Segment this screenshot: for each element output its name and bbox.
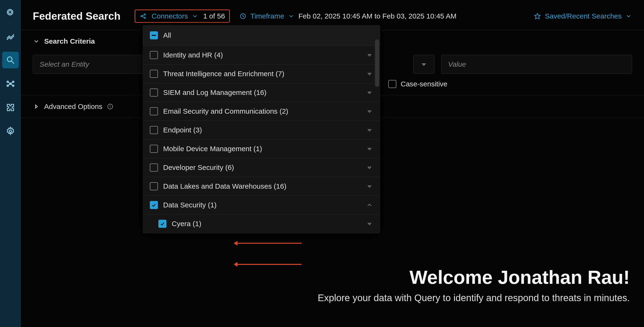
connector-group-checkbox[interactable] xyxy=(150,145,158,153)
caret-down-icon xyxy=(366,126,373,134)
caret-right-icon xyxy=(33,103,40,110)
saved-dropdown-trigger[interactable]: Saved/Recent Searches xyxy=(545,12,632,20)
caret-down-icon xyxy=(366,145,373,152)
timeframe-dropdown-trigger[interactable]: Timeframe xyxy=(250,12,294,20)
connector-group-row[interactable]: Identity and HR (4) xyxy=(143,46,380,64)
connector-group-checkbox[interactable] xyxy=(150,70,158,78)
svg-point-13 xyxy=(9,130,12,132)
svg-marker-27 xyxy=(36,105,38,108)
annotation-arrow xyxy=(235,243,302,244)
sidebar-settings[interactable] xyxy=(2,123,19,140)
svg-marker-26 xyxy=(422,64,425,65)
star-icon xyxy=(534,12,541,20)
svg-marker-36 xyxy=(368,148,371,150)
connectors-selector-highlight: Connectors 1 of 56 xyxy=(135,9,230,23)
connector-group-row[interactable]: Endpoint (3) xyxy=(143,121,380,140)
svg-marker-37 xyxy=(368,167,371,169)
connector-group-label: Threat Intelligence and Enrichment (7) xyxy=(163,70,361,78)
connector-all-label: All xyxy=(163,31,373,39)
chevron-down-icon xyxy=(192,12,198,20)
search-criteria-heading: Search Criteria xyxy=(44,37,95,45)
sidebar-network[interactable] xyxy=(2,75,19,92)
caret-down-icon xyxy=(366,183,373,190)
timeframe-group: Timeframe Feb 02, 2025 10:45 AM to Feb 0… xyxy=(239,12,456,20)
svg-line-22 xyxy=(142,15,144,16)
operator-select[interactable] xyxy=(413,55,434,74)
connector-group-label: Data Lakes and Data Warehouses (16) xyxy=(163,182,361,190)
checkbox-all-indeterminate[interactable] xyxy=(150,31,158,39)
saved-label: Saved/Recent Searches xyxy=(545,12,622,20)
svg-marker-34 xyxy=(368,111,371,112)
connector-group-row[interactable]: Email Security and Communications (2) xyxy=(143,102,380,121)
saved-searches-group: Saved/Recent Searches xyxy=(534,12,632,20)
svg-marker-25 xyxy=(535,13,540,19)
svg-marker-31 xyxy=(368,54,371,56)
sidebar-plugins[interactable] xyxy=(2,99,19,116)
connector-group-row[interactable]: Mobile Device Management (1) xyxy=(143,140,380,158)
caret-down-icon xyxy=(366,220,373,227)
connector-group-row[interactable]: Developer Security (6) xyxy=(143,158,380,177)
svg-marker-35 xyxy=(368,130,371,131)
welcome-subtext: Explore your data with Query to identify… xyxy=(318,293,630,303)
chevron-up-icon xyxy=(366,201,373,209)
dropdown-scrollbar[interactable] xyxy=(375,39,379,87)
welcome-heading: Welcome Jonathan Rau! xyxy=(318,267,630,288)
case-sensitive-label: Case-sensitive xyxy=(400,80,448,88)
chevron-down-icon xyxy=(288,12,295,20)
svg-marker-32 xyxy=(368,73,371,75)
connector-group-label: Identity and HR (4) xyxy=(163,51,361,59)
connectors-dropdown-panel: All Identity and HR (4)Threat Intelligen… xyxy=(143,25,380,233)
svg-point-30 xyxy=(110,105,110,106)
connector-group-label: Developer Security (6) xyxy=(163,163,361,172)
connector-group-row[interactable]: Data Security (1) xyxy=(143,196,380,215)
connector-group-row[interactable]: SIEM and Log Management (16) xyxy=(143,83,380,102)
svg-line-3 xyxy=(12,61,14,64)
chevron-down-icon xyxy=(33,38,40,45)
caret-down-icon xyxy=(366,70,373,77)
caret-down-icon xyxy=(420,61,428,68)
connector-group-checkbox[interactable] xyxy=(150,163,158,172)
caret-down-icon xyxy=(366,89,373,96)
clock-icon xyxy=(239,12,246,20)
svg-line-23 xyxy=(142,16,144,17)
connector-group-checkbox[interactable] xyxy=(150,51,158,59)
connector-sub-label: Cyera (1) xyxy=(172,220,361,228)
svg-marker-33 xyxy=(368,92,371,94)
timeframe-value: Feb 02, 2025 10:45 AM to Feb 03, 2025 10… xyxy=(298,12,456,20)
connector-sub-row[interactable]: Cyera (1) xyxy=(143,215,380,233)
sidebar-logo[interactable] xyxy=(2,4,19,21)
advanced-options-label: Advanced Options xyxy=(44,102,102,111)
caret-down-icon xyxy=(366,51,373,59)
connector-group-checkbox[interactable] xyxy=(150,107,158,115)
svg-marker-39 xyxy=(368,223,371,225)
sidebar-search[interactable] xyxy=(2,52,19,68)
connectors-dropdown-trigger[interactable]: Connectors xyxy=(152,12,198,20)
info-icon[interactable] xyxy=(106,103,114,110)
connector-group-checkbox[interactable] xyxy=(150,182,158,190)
connector-group-label: Endpoint (3) xyxy=(163,126,361,134)
connector-row-all[interactable]: All xyxy=(143,25,380,46)
connector-group-label: Email Security and Communications (2) xyxy=(163,107,361,115)
timeframe-label: Timeframe xyxy=(250,12,284,20)
connector-group-label: Mobile Device Management (1) xyxy=(163,145,361,153)
connector-group-label: Data Security (1) xyxy=(163,201,361,209)
case-sensitive-checkbox[interactable] xyxy=(388,80,396,88)
connector-sub-checkbox[interactable] xyxy=(158,220,166,228)
annotation-arrow xyxy=(235,264,302,265)
svg-point-1 xyxy=(8,11,12,14)
connector-group-row[interactable]: Threat Intelligence and Enrichment (7) xyxy=(143,64,380,83)
connector-group-row[interactable]: Data Lakes and Data Warehouses (16) xyxy=(143,177,380,196)
connector-group-checkbox[interactable] xyxy=(150,201,158,209)
chevron-down-icon xyxy=(625,12,632,20)
connector-group-checkbox[interactable] xyxy=(150,88,158,97)
sidebar-analytics[interactable] xyxy=(2,28,19,45)
connector-group-label: SIEM and Log Management (16) xyxy=(163,88,361,97)
value-input[interactable]: Value xyxy=(441,55,632,74)
connector-group-checkbox[interactable] xyxy=(150,126,158,134)
sidebar xyxy=(0,0,21,327)
svg-marker-38 xyxy=(368,186,371,187)
connectors-count: 1 of 56 xyxy=(203,12,225,20)
svg-point-2 xyxy=(7,57,12,62)
page-title: Federated Search xyxy=(33,10,120,22)
welcome-block: Welcome Jonathan Rau! Explore your data … xyxy=(318,267,630,303)
